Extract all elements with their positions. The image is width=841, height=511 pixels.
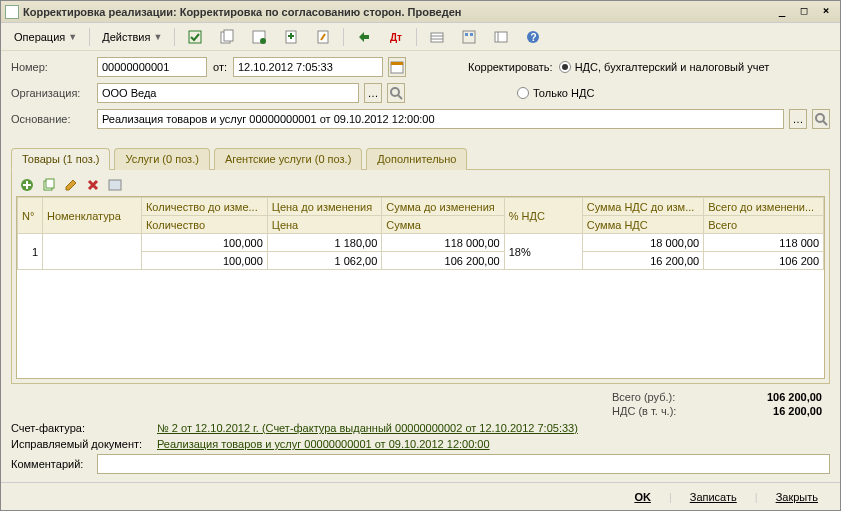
svg-rect-8 bbox=[431, 33, 443, 42]
operation-label: Операция bbox=[14, 31, 65, 43]
tabs: Товары (1 поз.) Услуги (0 поз.) Агентски… bbox=[11, 147, 830, 169]
tb-icon-10[interactable] bbox=[486, 26, 516, 48]
svg-text:Дт: Дт bbox=[390, 32, 402, 43]
cell-n[interactable]: 1 bbox=[18, 234, 43, 270]
grid-copy-button[interactable] bbox=[40, 176, 58, 194]
svg-line-21 bbox=[398, 95, 402, 99]
svg-point-20 bbox=[391, 88, 399, 96]
col-n[interactable]: N° bbox=[18, 198, 43, 234]
cell-total[interactable]: 106 200 bbox=[704, 252, 824, 270]
comment-input[interactable] bbox=[97, 454, 830, 474]
window-title: Корректировка реализации: Корректировка … bbox=[23, 6, 770, 18]
cell-vatsum-before[interactable]: 18 000,00 bbox=[582, 234, 703, 252]
base-input[interactable] bbox=[97, 109, 784, 129]
total-value: 106 200,00 bbox=[722, 391, 822, 403]
col-vatsum[interactable]: Сумма НДС bbox=[582, 216, 703, 234]
svg-rect-11 bbox=[463, 31, 475, 43]
svg-rect-12 bbox=[465, 33, 468, 36]
cell-price[interactable]: 1 062,00 bbox=[267, 252, 382, 270]
content: Номер: от: Корректировать: НДС, бухгалте… bbox=[1, 51, 840, 482]
col-total-before[interactable]: Всего до изменени... bbox=[704, 198, 824, 216]
app-icon bbox=[5, 5, 19, 19]
col-qty[interactable]: Количество bbox=[141, 216, 267, 234]
cell-qty[interactable]: 100,000 bbox=[141, 252, 267, 270]
grid[interactable]: N° Номенклатура Количество до изме... Це… bbox=[16, 196, 825, 379]
ok-button[interactable]: OK bbox=[622, 488, 663, 506]
cell-price-before[interactable]: 1 180,00 bbox=[267, 234, 382, 252]
comment-label: Комментарий: bbox=[11, 458, 91, 470]
tb-icon-7[interactable]: Дт bbox=[381, 26, 411, 48]
svg-rect-14 bbox=[495, 32, 507, 42]
footer: OK | Записать | Закрыть bbox=[1, 482, 840, 510]
tab-goods[interactable]: Товары (1 поз.) bbox=[11, 148, 110, 170]
sf-link[interactable]: № 2 от 12.10.2012 г. (Счет-фактура выдан… bbox=[157, 422, 578, 434]
actions-label: Действия bbox=[102, 31, 150, 43]
tab-services[interactable]: Услуги (0 поз.) bbox=[114, 148, 209, 170]
tb-icon-3[interactable] bbox=[244, 26, 274, 48]
base-lookup-button[interactable] bbox=[812, 109, 830, 129]
cell-vatsum[interactable]: 16 200,00 bbox=[582, 252, 703, 270]
tb-icon-2[interactable] bbox=[212, 26, 242, 48]
table-row[interactable]: 1 брюки женские 100,000 1 180,00 118 000… bbox=[18, 234, 824, 252]
cell-qty-before[interactable]: 100,000 bbox=[141, 234, 267, 252]
base-label: Основание: bbox=[11, 113, 91, 125]
col-price[interactable]: Цена bbox=[267, 216, 382, 234]
corr-link[interactable]: Реализация товаров и услуг 00000000001 о… bbox=[157, 438, 490, 450]
col-sum-before[interactable]: Сумма до изменения bbox=[382, 198, 504, 216]
minimize-button[interactable]: _ bbox=[772, 4, 792, 20]
tb-icon-1[interactable] bbox=[180, 26, 210, 48]
radio-vat-only[interactable]: Только НДС bbox=[517, 87, 594, 99]
number-input[interactable] bbox=[97, 57, 207, 77]
col-nomen[interactable]: Номенклатура bbox=[43, 198, 142, 234]
tb-icon-9[interactable] bbox=[454, 26, 484, 48]
col-total[interactable]: Всего bbox=[704, 216, 824, 234]
grid-delete-button[interactable] bbox=[84, 176, 102, 194]
tb-icon-8[interactable] bbox=[422, 26, 452, 48]
radio-full[interactable]: НДС, бухгалтерский и налоговый учет bbox=[559, 61, 770, 73]
correct-label: Корректировать: bbox=[468, 61, 553, 73]
save-button[interactable]: Записать bbox=[678, 488, 749, 506]
cell-vat-pct[interactable]: 18% bbox=[504, 234, 582, 270]
org-label: Организация: bbox=[11, 87, 91, 99]
grid-edit-button[interactable] bbox=[62, 176, 80, 194]
close-footer-button[interactable]: Закрыть bbox=[764, 488, 830, 506]
totals: Всего (руб.): 106 200,00 НДС (в т. ч.): … bbox=[11, 390, 830, 418]
svg-rect-2 bbox=[224, 30, 233, 41]
cell-total-before[interactable]: 118 000 bbox=[704, 234, 824, 252]
cell-sum-before[interactable]: 118 000,00 bbox=[382, 234, 504, 252]
cell-nomen[interactable]: брюки женские bbox=[43, 234, 142, 270]
sf-label: Счет-фактура: bbox=[11, 422, 151, 434]
tb-icon-4[interactable] bbox=[276, 26, 306, 48]
maximize-button[interactable]: □ bbox=[794, 4, 814, 20]
org-input[interactable] bbox=[97, 83, 359, 103]
date-input[interactable] bbox=[233, 57, 383, 77]
corr-label: Исправляемый документ: bbox=[11, 438, 151, 450]
col-vatsum-before[interactable]: Сумма НДС до изм... bbox=[582, 198, 703, 216]
base-select-button[interactable]: … bbox=[789, 109, 807, 129]
operation-menu[interactable]: Операция▼ bbox=[7, 26, 84, 48]
date-picker-button[interactable] bbox=[388, 57, 406, 77]
radio-vat-label: Только НДС bbox=[533, 87, 594, 99]
vat-label: НДС (в т. ч.): bbox=[612, 405, 692, 417]
col-qty-before[interactable]: Количество до изме... bbox=[141, 198, 267, 216]
cell-sum[interactable]: 106 200,00 bbox=[382, 252, 504, 270]
tb-icon-5[interactable] bbox=[308, 26, 338, 48]
tb-icon-6[interactable] bbox=[349, 26, 379, 48]
org-lookup-button[interactable] bbox=[387, 83, 405, 103]
svg-rect-27 bbox=[109, 180, 121, 190]
tb-help-icon[interactable]: ? bbox=[518, 26, 548, 48]
tab-agent[interactable]: Агентские услуги (0 поз.) bbox=[214, 148, 362, 170]
close-button[interactable]: × bbox=[816, 4, 836, 20]
org-select-button[interactable]: … bbox=[364, 83, 382, 103]
tab-extra[interactable]: Дополнительно bbox=[366, 148, 467, 170]
svg-point-22 bbox=[816, 114, 824, 122]
total-label: Всего (руб.): bbox=[612, 391, 692, 403]
col-vat-pct[interactable]: % НДС bbox=[504, 198, 582, 234]
svg-text:?: ? bbox=[531, 32, 537, 43]
grid-add-button[interactable] bbox=[18, 176, 36, 194]
col-sum[interactable]: Сумма bbox=[382, 216, 504, 234]
grid-extra-button[interactable] bbox=[106, 176, 124, 194]
actions-menu[interactable]: Действия▼ bbox=[95, 26, 169, 48]
vat-value: 16 200,00 bbox=[722, 405, 822, 417]
col-price-before[interactable]: Цена до изменения bbox=[267, 198, 382, 216]
